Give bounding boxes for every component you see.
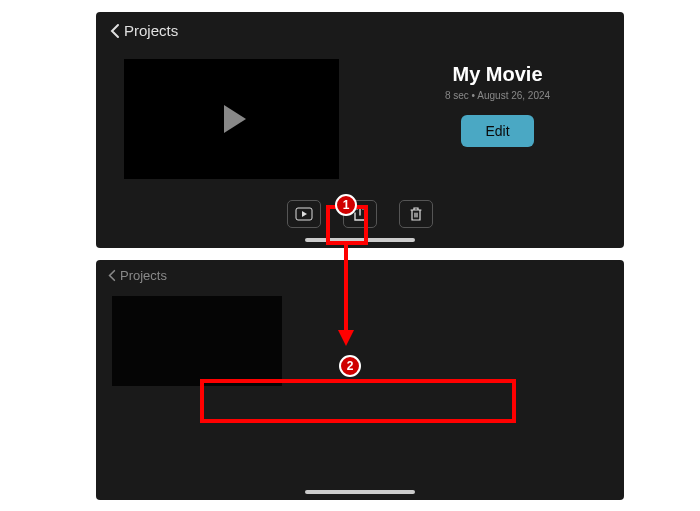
video-thumbnail[interactable] (124, 59, 339, 179)
chevron-left-icon (108, 269, 116, 282)
home-indicator (305, 490, 415, 494)
share-sheet-screen: Projects Export and Share Save or Share … (96, 260, 624, 500)
share-button[interactable] (343, 200, 377, 228)
video-thumbnail-dim (112, 296, 282, 386)
chevron-left-icon (110, 23, 120, 39)
home-indicator (305, 238, 415, 242)
play-icon (224, 105, 246, 133)
back-label: Projects (120, 268, 167, 283)
delete-button[interactable] (399, 200, 433, 228)
edit-button[interactable]: Edit (461, 115, 533, 147)
project-info: My Movie 8 sec • August 26, 2024 Edit (399, 59, 596, 179)
share-icon (353, 206, 367, 222)
back-button[interactable]: Projects (96, 12, 624, 49)
trash-icon (409, 206, 423, 222)
project-row: My Movie 8 sec • August 26, 2024 Edit (96, 49, 624, 179)
project-title: My Movie (399, 63, 596, 86)
project-meta: 8 sec • August 26, 2024 (399, 90, 596, 101)
back-button-dim[interactable]: Projects (96, 260, 624, 291)
toolbar (287, 200, 433, 228)
back-label: Projects (124, 22, 178, 39)
project-screen: Projects My Movie 8 sec • August 26, 202… (96, 12, 624, 248)
play-rect-icon (295, 207, 313, 221)
play-from-start-button[interactable] (287, 200, 321, 228)
